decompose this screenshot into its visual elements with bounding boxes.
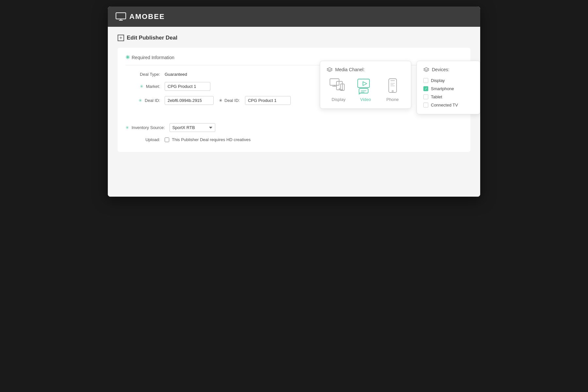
- svg-marker-7: [363, 82, 367, 86]
- devices-header: Devices:: [423, 67, 473, 72]
- market-input[interactable]: [165, 82, 210, 91]
- media-channel-title: Media Chanel:: [335, 67, 365, 72]
- phone-option-label: Phone: [386, 97, 399, 102]
- media-channel-icon: [327, 67, 333, 72]
- video-option-icon: [356, 78, 375, 94]
- upload-row: Upload: This Publisher Deal requires HD …: [125, 137, 463, 142]
- floating-cards: Media Chanel:: [320, 61, 480, 114]
- upload-label: Upload:: [125, 137, 165, 142]
- market-required-star: ✳: [140, 84, 143, 89]
- media-option-video[interactable]: Video: [356, 78, 375, 102]
- app-logo: AMOBEE: [116, 12, 165, 21]
- deal-type-value: Guaranteed: [165, 72, 187, 77]
- tablet-label: Tablet: [431, 94, 442, 99]
- inventory-source-select[interactable]: SportX RTB: [170, 123, 215, 132]
- device-item-smartphone[interactable]: Smartphone: [423, 86, 473, 91]
- section-title: Required Information: [132, 55, 174, 60]
- media-channel-card: Media Chanel:: [320, 61, 411, 109]
- upload-checkbox-text: This Publisher Deal requires HD creative…: [172, 137, 251, 142]
- inventory-source-label: ✳ Inventory Source:: [125, 125, 170, 130]
- deal-type-label: Deal Type:: [125, 72, 165, 77]
- smartphone-label: Smartphone: [431, 86, 454, 91]
- phone-option-icon: [384, 78, 402, 94]
- device-item-display[interactable]: Display: [423, 78, 473, 83]
- display-option-icon: [329, 78, 348, 94]
- display-checkbox[interactable]: [423, 78, 428, 83]
- upload-checkbox-area: This Publisher Deal requires HD creative…: [165, 137, 251, 142]
- device-item-connected-tv[interactable]: Connected TV: [423, 103, 473, 107]
- edit-icon: +: [118, 35, 124, 41]
- devices-icon: [423, 67, 429, 72]
- smartphone-checkbox[interactable]: [423, 86, 428, 91]
- nav-bar: AMOBEE: [108, 7, 480, 27]
- inventory-source-row: ✳ Inventory Source: SportX RTB: [125, 123, 463, 132]
- form-section: ✳ Required Information Deal Type: Guaran…: [118, 48, 470, 152]
- deal-id1-required-star: ✳: [139, 98, 142, 103]
- page-title: Edit Publisher Deal: [127, 35, 177, 41]
- svg-rect-1: [330, 79, 339, 85]
- upload-checkbox[interactable]: [165, 138, 169, 142]
- svg-point-3: [339, 89, 340, 90]
- deal-id2-required-star: ✳: [219, 98, 222, 103]
- media-option-display[interactable]: Display: [329, 78, 348, 102]
- devices-card: Devices: Display Smartphone: [416, 61, 480, 114]
- monitor-icon: [116, 12, 126, 21]
- devices-title: Devices:: [432, 67, 449, 72]
- media-options: Display: [327, 78, 404, 102]
- deal-id1-label-outer: ✳ Deal ID:: [125, 98, 165, 103]
- media-option-phone[interactable]: Phone: [384, 78, 402, 102]
- deal-id2-label-group: ✳ Deal ID:: [219, 98, 240, 103]
- display-label: Display: [431, 78, 445, 83]
- app-name: AMOBEE: [129, 12, 165, 21]
- svg-rect-6: [358, 79, 369, 88]
- display-option-label: Display: [332, 97, 346, 102]
- device-list: Display Smartphone Tablet Connec: [423, 78, 473, 107]
- deal-id2-input[interactable]: [245, 96, 291, 105]
- connected-tv-label: Connected TV: [431, 103, 458, 107]
- inventory-required-star: ✳: [125, 125, 129, 130]
- required-icon: ✳: [125, 54, 130, 60]
- device-item-tablet[interactable]: Tablet: [423, 94, 473, 99]
- page-title-row: + Edit Publisher Deal: [118, 35, 470, 41]
- video-option-label: Video: [360, 97, 371, 102]
- connected-tv-checkbox[interactable]: [423, 103, 428, 107]
- media-channel-header: Media Chanel:: [327, 67, 404, 72]
- svg-point-11: [392, 90, 393, 92]
- tablet-checkbox[interactable]: [423, 94, 428, 99]
- deal-id1-input[interactable]: [165, 96, 214, 105]
- main-content: + Edit Publisher Deal ✳ Required Informa…: [108, 27, 480, 197]
- svg-rect-2: [336, 81, 342, 90]
- deal-id-group: ✳ Deal ID:: [165, 96, 291, 105]
- market-label: ✳ Market:: [125, 84, 165, 89]
- browser-window: AMOBEE + Edit Publisher Deal ✳ Required …: [108, 7, 480, 197]
- svg-rect-0: [116, 13, 126, 19]
